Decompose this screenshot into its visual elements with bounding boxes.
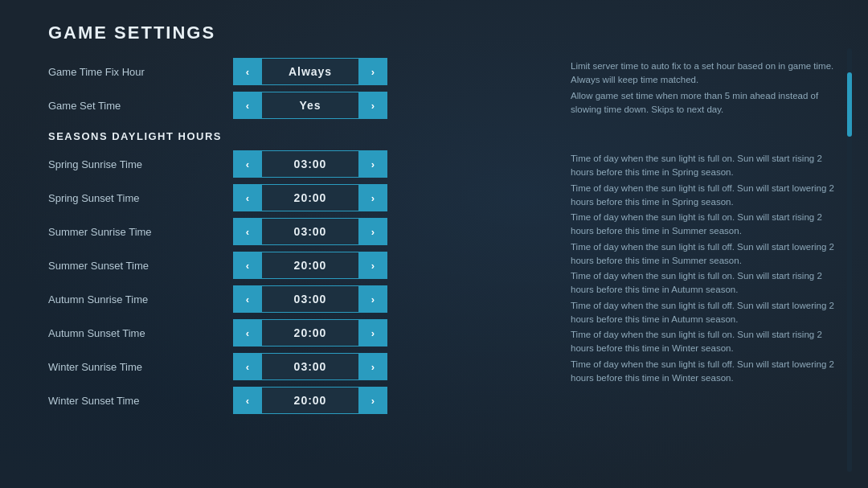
chevron-left-icon: ‹	[246, 395, 249, 407]
setting-value-game-time-fix-hour: Always	[262, 58, 358, 85]
setting-value-autumn-sunset: 20:00	[262, 319, 358, 347]
chevron-right-icon: ›	[371, 192, 375, 204]
setting-row-winter-sunrise: Winter Sunrise Time‹03:00›	[48, 353, 534, 380]
chevron-left-icon: ‹	[246, 361, 249, 373]
setting-row-game-time-fix-hour: Game Time Fix Hour‹Always›	[48, 58, 534, 85]
control-group-spring-sunrise: ‹03:00›	[233, 150, 387, 178]
page-container: GAME SETTINGS Game Time Fix Hour‹Always›…	[0, 0, 868, 488]
setting-value-spring-sunrise: 03:00	[262, 150, 358, 178]
description-game-set-time: Allow game set time when more than 5 min…	[571, 88, 836, 117]
increase-btn-autumn-sunset[interactable]: ›	[358, 319, 387, 347]
chevron-right-icon: ›	[371, 66, 375, 78]
scrollbar-track[interactable]	[847, 48, 852, 472]
chevron-left-icon: ‹	[246, 260, 249, 272]
control-group-summer-sunrise: ‹03:00›	[233, 218, 387, 245]
setting-label-summer-sunrise: Summer Sunrise Time	[48, 226, 233, 238]
increase-btn-winter-sunset[interactable]: ›	[358, 387, 387, 414]
chevron-left-icon: ‹	[246, 192, 249, 204]
setting-row-autumn-sunrise: Autumn Sunrise Time‹03:00›	[48, 285, 534, 313]
setting-label-winter-sunset: Winter Sunset Time	[48, 395, 233, 407]
setting-label-autumn-sunset: Autumn Sunset Time	[48, 327, 233, 339]
decrease-btn-autumn-sunrise[interactable]: ‹	[233, 285, 262, 313]
chevron-left-icon: ‹	[246, 226, 249, 238]
increase-btn-spring-sunset[interactable]: ›	[358, 184, 387, 211]
increase-btn-summer-sunrise[interactable]: ›	[358, 218, 387, 245]
decrease-btn-summer-sunset[interactable]: ‹	[233, 252, 262, 279]
setting-row-winter-sunset: Winter Sunset Time‹20:00›	[48, 387, 534, 414]
section-header: SEASONS DAYLIGHT HOURS	[48, 130, 534, 142]
decrease-btn-autumn-sunset[interactable]: ‹	[233, 319, 262, 347]
increase-btn-spring-sunrise[interactable]: ›	[358, 150, 387, 178]
chevron-left-icon: ‹	[246, 100, 249, 112]
description-autumn-sunrise: Time of day when the sun light is full o…	[571, 268, 836, 297]
page-title: GAME SETTINGS	[48, 23, 836, 43]
chevron-right-icon: ›	[371, 260, 375, 272]
section-header-spacer	[571, 117, 836, 150]
decrease-btn-summer-sunrise[interactable]: ‹	[233, 218, 262, 245]
decrease-btn-game-time-fix-hour[interactable]: ‹	[233, 58, 262, 85]
decrease-btn-game-set-time[interactable]: ‹	[233, 92, 262, 119]
increase-btn-game-set-time[interactable]: ›	[358, 92, 387, 119]
setting-label-spring-sunset: Spring Sunset Time	[48, 192, 233, 204]
description-winter-sunrise: Time of day when the sun light is full o…	[571, 326, 836, 356]
setting-label-winter-sunrise: Winter Sunrise Time	[48, 361, 233, 373]
chevron-right-icon: ›	[371, 100, 375, 112]
decrease-btn-winter-sunrise[interactable]: ‹	[233, 353, 262, 380]
increase-btn-summer-sunset[interactable]: ›	[358, 252, 387, 279]
chevron-right-icon: ›	[371, 395, 375, 407]
description-panel: Limit server time to auto fix to a set h…	[547, 58, 836, 465]
setting-value-winter-sunrise: 03:00	[262, 353, 358, 380]
setting-row-summer-sunrise: Summer Sunrise Time‹03:00›	[48, 218, 534, 245]
scrollbar-thumb[interactable]	[847, 72, 852, 137]
description-spring-sunset: Time of day when the sun light is full o…	[571, 180, 836, 210]
decrease-btn-winter-sunset[interactable]: ‹	[233, 387, 262, 414]
control-group-game-set-time: ‹Yes›	[233, 92, 387, 119]
increase-btn-winter-sunrise[interactable]: ›	[358, 353, 387, 380]
control-group-winter-sunset: ‹20:00›	[233, 387, 387, 414]
increase-btn-autumn-sunrise[interactable]: ›	[358, 285, 387, 313]
setting-row-game-set-time: Game Set Time‹Yes›	[48, 92, 534, 119]
setting-label-summer-sunset: Summer Sunset Time	[48, 260, 233, 272]
control-group-autumn-sunset: ‹20:00›	[233, 319, 387, 347]
setting-label-game-set-time: Game Set Time	[48, 100, 233, 112]
control-group-winter-sunrise: ‹03:00›	[233, 353, 387, 380]
setting-value-game-set-time: Yes	[262, 92, 358, 119]
chevron-left-icon: ‹	[246, 293, 249, 306]
control-group-summer-sunset: ‹20:00›	[233, 252, 387, 279]
setting-label-spring-sunrise: Spring Sunrise Time	[48, 158, 233, 170]
setting-value-summer-sunrise: 03:00	[262, 218, 358, 245]
setting-value-winter-sunset: 20:00	[262, 387, 358, 414]
setting-value-summer-sunset: 20:00	[262, 252, 358, 279]
description-game-time-fix-hour: Limit server time to auto fix to a set h…	[571, 58, 836, 88]
chevron-left-icon: ‹	[246, 327, 249, 339]
setting-row-summer-sunset: Summer Sunset Time‹20:00›	[48, 252, 534, 279]
chevron-right-icon: ›	[371, 293, 375, 306]
setting-label-autumn-sunrise: Autumn Sunrise Time	[48, 293, 233, 306]
chevron-right-icon: ›	[371, 327, 375, 339]
control-group-spring-sunset: ‹20:00›	[233, 184, 387, 211]
setting-row-spring-sunset: Spring Sunset Time‹20:00›	[48, 184, 534, 211]
description-spring-sunrise: Time of day when the sun light is full o…	[571, 150, 836, 180]
description-summer-sunset: Time of day when the sun light is full o…	[571, 239, 836, 269]
description-summer-sunrise: Time of day when the sun light is full o…	[571, 209, 836, 239]
description-winter-sunset: Time of day when the sun light is full o…	[571, 356, 836, 386]
setting-value-autumn-sunrise: 03:00	[262, 285, 358, 313]
content-area: Game Time Fix Hour‹Always›Game Set Time‹…	[48, 58, 836, 465]
control-group-autumn-sunrise: ‹03:00›	[233, 285, 387, 313]
decrease-btn-spring-sunrise[interactable]: ‹	[233, 150, 262, 178]
chevron-left-icon: ‹	[246, 158, 249, 170]
setting-row-autumn-sunset: Autumn Sunset Time‹20:00›	[48, 319, 534, 347]
increase-btn-game-time-fix-hour[interactable]: ›	[358, 58, 387, 85]
description-autumn-sunset: Time of day when the sun light is full o…	[571, 297, 836, 327]
chevron-right-icon: ›	[371, 226, 375, 238]
chevron-right-icon: ›	[371, 361, 375, 373]
settings-list: Game Time Fix Hour‹Always›Game Set Time‹…	[48, 58, 547, 465]
decrease-btn-spring-sunset[interactable]: ‹	[233, 184, 262, 211]
control-group-game-time-fix-hour: ‹Always›	[233, 58, 387, 85]
setting-label-game-time-fix-hour: Game Time Fix Hour	[48, 66, 233, 78]
setting-row-spring-sunrise: Spring Sunrise Time‹03:00›	[48, 150, 534, 178]
setting-value-spring-sunset: 20:00	[262, 184, 358, 211]
chevron-left-icon: ‹	[246, 66, 249, 78]
chevron-right-icon: ›	[371, 158, 375, 170]
